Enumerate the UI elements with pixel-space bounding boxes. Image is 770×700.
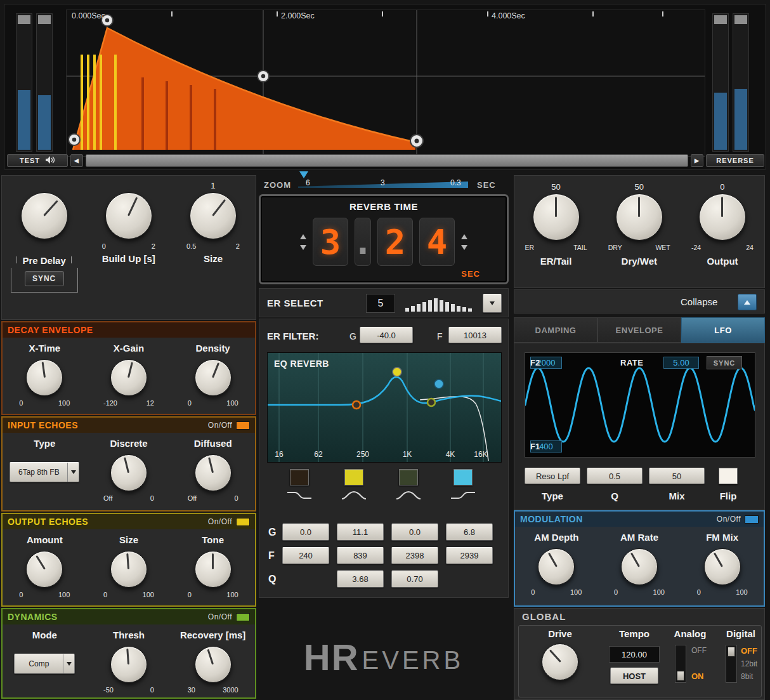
digital-8bit-label[interactable]: 8bit xyxy=(741,672,753,681)
er-select-value[interactable]: 5 xyxy=(366,294,395,313)
scale-min: -24 xyxy=(691,244,701,253)
envelope-scrollbar[interactable] xyxy=(86,154,688,167)
am-rate-knob[interactable] xyxy=(621,548,658,585)
build-up-knob[interactable] xyxy=(105,192,152,239)
scale-min: -120 xyxy=(103,399,117,407)
digital-off-label[interactable]: OFF xyxy=(741,646,757,656)
band1-filter-shape-icon[interactable] xyxy=(285,489,313,505)
band4-gain-value[interactable]: 6.8 xyxy=(446,524,493,541)
band2-q-value[interactable]: 3.68 xyxy=(337,571,384,588)
x-gain-knob[interactable] xyxy=(110,359,147,396)
rate-value[interactable]: 5.00 xyxy=(663,357,699,369)
pre-delay-knob[interactable] xyxy=(21,192,68,239)
band1-freq-value[interactable]: 240 xyxy=(282,547,329,564)
knob-pointer xyxy=(36,555,46,569)
tone-knob[interactable] xyxy=(195,551,232,588)
er-select-dropdown-button[interactable] xyxy=(483,294,502,313)
freq-label-1k: 1K xyxy=(403,450,412,459)
eq-band2-color-button[interactable] xyxy=(344,469,363,485)
discrete-knob[interactable] xyxy=(110,454,147,491)
toggle-handle[interactable] xyxy=(728,647,735,657)
output-echoes-onoff-indicator[interactable] xyxy=(236,518,250,526)
x-time-knob[interactable] xyxy=(26,359,63,396)
digital-toggle[interactable] xyxy=(726,645,737,683)
dynamics-mode-dropdown[interactable]: Comp xyxy=(14,654,75,674)
scale-max: 0 xyxy=(235,494,238,502)
diffused-knob[interactable] xyxy=(195,454,232,491)
er-filter-gain-value[interactable]: -40.0 xyxy=(360,327,413,343)
output-knob[interactable] xyxy=(699,194,746,241)
band3-freq-value[interactable]: 2398 xyxy=(391,547,438,564)
test-button[interactable]: TEST xyxy=(7,154,68,167)
fm-mix-knob[interactable] xyxy=(704,548,741,585)
input-meter-right xyxy=(36,13,53,152)
scroll-right-button[interactable]: ▶ xyxy=(691,154,703,167)
input-type-dropdown[interactable]: 6Tap 8th FB xyxy=(10,462,79,482)
band2-gain-value[interactable]: 11.1 xyxy=(337,524,384,541)
lfo-wave-display[interactable]: F2 2000 RATE 5.00 SYNC F1 400 xyxy=(525,352,755,458)
type-label: Type xyxy=(34,438,55,451)
knob-pointer xyxy=(124,458,130,473)
global-title: GLOBAL xyxy=(522,611,566,622)
output-meter-right xyxy=(733,13,749,152)
collapse-button[interactable] xyxy=(738,294,757,310)
lfo-flip-button[interactable] xyxy=(719,468,738,484)
host-button[interactable]: HOST xyxy=(610,668,658,684)
tab-lfo[interactable]: LFO xyxy=(681,317,765,343)
reverb-time-spinner-left[interactable] xyxy=(300,234,306,250)
reverse-button[interactable]: REVERSE xyxy=(706,154,764,167)
er-tail-knob[interactable] xyxy=(533,194,580,241)
scroll-left-button[interactable]: ◀ xyxy=(70,154,83,167)
zoom-slider-marker[interactable] xyxy=(299,171,308,178)
tab-envelope[interactable]: ENVELOPE xyxy=(597,317,681,343)
analog-off-label[interactable]: OFF xyxy=(691,646,707,655)
er-filter-freq-value[interactable]: 10013 xyxy=(448,327,502,343)
dynamics-onoff-indicator[interactable] xyxy=(236,613,250,621)
sync-button[interactable]: SYNC xyxy=(25,271,64,286)
reverb-time-spinner-right[interactable] xyxy=(461,234,467,250)
toggle-handle[interactable] xyxy=(677,671,684,681)
reverb-time-decimal-point: . xyxy=(355,218,371,266)
eq-band3-color-button[interactable] xyxy=(399,469,418,485)
rate-label: RATE xyxy=(620,358,643,367)
tab-damping[interactable]: DAMPING xyxy=(514,317,597,343)
band3-gain-value[interactable]: 0.0 xyxy=(391,524,438,541)
knob-pointer xyxy=(630,553,640,567)
eq-reverb-display[interactable]: EQ REVERB 16 62 250 1K 4K 16K xyxy=(267,352,502,463)
er-tail-value: 50 xyxy=(551,182,560,194)
drive-knob[interactable] xyxy=(542,644,578,680)
input-echoes-onoff-indicator[interactable] xyxy=(236,421,250,430)
band4-freq-value[interactable]: 2939 xyxy=(446,547,493,564)
analog-on-label[interactable]: ON xyxy=(691,671,704,681)
band4-filter-shape-icon[interactable] xyxy=(449,489,477,505)
knob-pointer xyxy=(212,363,219,378)
eq-band4-color-button[interactable] xyxy=(454,469,473,485)
band3-filter-shape-icon[interactable] xyxy=(395,489,422,505)
modulation-onoff-indicator[interactable] xyxy=(745,515,759,524)
band2-filter-shape-icon[interactable] xyxy=(340,489,368,505)
analog-toggle[interactable] xyxy=(675,645,686,683)
lfo-filter-type-dropdown[interactable]: Reso Lpf xyxy=(525,468,580,484)
thresh-knob[interactable] xyxy=(110,646,147,683)
amount-knob[interactable] xyxy=(26,551,63,588)
band1-gain-value[interactable]: 0.0 xyxy=(282,524,329,541)
am-depth-knob[interactable] xyxy=(538,548,575,585)
analog-label: Analog xyxy=(667,628,713,639)
density-knob[interactable] xyxy=(195,359,232,396)
eq-band1-color-button[interactable] xyxy=(290,469,309,485)
output-size-knob[interactable] xyxy=(110,551,147,588)
reverb-envelope-graph[interactable]: 0.000Sec 2.000Sec 4.000Sec xyxy=(66,10,705,157)
tempo-value[interactable]: 120.00 xyxy=(609,646,660,663)
size-knob[interactable] xyxy=(190,192,237,239)
band3-q-value[interactable]: 0.70 xyxy=(391,571,438,588)
dry-wet-knob[interactable] xyxy=(616,194,663,241)
lfo-mix-value[interactable]: 50 xyxy=(649,468,705,484)
er-select-row: ER SELECT 5 xyxy=(259,288,509,317)
digital-12bit-label[interactable]: 12bit xyxy=(741,659,757,668)
band2-freq-value[interactable]: 839 xyxy=(337,547,384,564)
recovery-knob[interactable] xyxy=(195,646,232,683)
knob-pointer xyxy=(127,197,138,216)
lfo-q-value[interactable]: 0.5 xyxy=(587,468,643,484)
lfo-sync-button[interactable]: SYNC xyxy=(707,356,742,369)
digital-label: Digital xyxy=(718,628,764,639)
